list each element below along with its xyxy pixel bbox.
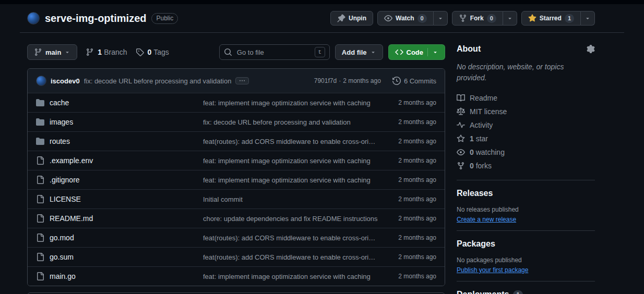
watch-label: Watch bbox=[396, 15, 414, 22]
create-release-link[interactable]: Create a new release bbox=[457, 216, 516, 223]
watch-button[interactable]: Watch 0 bbox=[377, 11, 434, 26]
commit-message-link[interactable]: feat(routes): add CORS middleware to ena… bbox=[203, 234, 379, 242]
repo-owner-avatar[interactable] bbox=[27, 12, 40, 24]
code-button[interactable]: Code bbox=[388, 44, 446, 60]
go-to-file-input[interactable] bbox=[236, 48, 311, 57]
file-name-cell: .gitignore bbox=[36, 176, 203, 184]
commit-meta: 7901f7d · 2 months ago bbox=[314, 77, 381, 84]
commit-message-link[interactable]: feat(routes): add CORS middleware to ena… bbox=[203, 138, 379, 145]
commit-message-expander-button[interactable] bbox=[235, 77, 249, 84]
file-link[interactable]: go.sum bbox=[50, 253, 74, 261]
file-link[interactable]: main.go bbox=[50, 272, 76, 280]
about-item-readme[interactable]: Readme bbox=[457, 91, 595, 105]
file-icon bbox=[36, 253, 44, 261]
file-name-cell: README.md bbox=[36, 214, 203, 223]
releases-section: Releases No releases published Create a … bbox=[457, 189, 595, 231]
about-item-activity[interactable]: Activity bbox=[457, 118, 595, 132]
gear-icon[interactable] bbox=[587, 45, 595, 53]
commit-time: 2 months ago bbox=[379, 273, 436, 280]
book-icon bbox=[457, 94, 465, 102]
star-icon bbox=[457, 134, 465, 143]
deployments-heading[interactable]: Deployments 1 bbox=[457, 290, 595, 294]
watch-dropdown-button[interactable] bbox=[434, 11, 448, 26]
commit-time: 2 months ago bbox=[379, 176, 436, 183]
commit-message-link[interactable]: feat: implement image optimization servi… bbox=[203, 99, 379, 107]
sidebar: About No description, website, or topics… bbox=[457, 44, 595, 294]
folder-icon bbox=[36, 99, 44, 107]
starred-label: Starred bbox=[540, 15, 562, 22]
about-item-mit-license[interactable]: MIT license bbox=[457, 105, 595, 118]
table-row: main.gofeat: implement image optimizatio… bbox=[28, 266, 445, 286]
commit-meta-separator: · bbox=[339, 77, 341, 84]
git-branch-icon bbox=[86, 48, 94, 56]
commit-message-cell: feat(routes): add CORS middleware to ena… bbox=[203, 234, 379, 242]
stat-label: Readme bbox=[470, 94, 497, 102]
packages-empty-text: No packages published bbox=[457, 256, 595, 264]
fork-dropdown-button[interactable] bbox=[503, 11, 517, 26]
file-link[interactable]: cache bbox=[50, 99, 69, 107]
about-item-watching[interactable]: 0 watching bbox=[457, 145, 595, 159]
commit-hash-link[interactable]: 7901f7d bbox=[314, 77, 337, 84]
deployments-section: Deployments 1 bbox=[457, 290, 595, 294]
file-link[interactable]: LICENSE bbox=[50, 195, 81, 203]
file-icon bbox=[36, 272, 44, 280]
fork-button[interactable]: Fork 0 bbox=[452, 11, 503, 26]
commit-count-label: 6 Commits bbox=[404, 77, 436, 85]
stat-text: 0 forks bbox=[470, 162, 492, 170]
about-item-forks[interactable]: 0 forks bbox=[457, 159, 595, 173]
commit-message-link[interactable]: chore: update dependencies and fix READM… bbox=[203, 215, 379, 223]
go-to-file-search[interactable]: t bbox=[219, 44, 330, 60]
commit-time: 2 months ago bbox=[379, 253, 436, 261]
commit-message-link[interactable]: feat: implement image optimization servi… bbox=[203, 176, 379, 184]
publish-package-link[interactable]: Publish your first package bbox=[457, 266, 528, 274]
file-link[interactable]: README.md bbox=[50, 214, 93, 223]
commit-message-cell: feat(routes): add CORS middleware to ena… bbox=[203, 253, 379, 261]
about-heading: About bbox=[457, 44, 481, 54]
file-table-body: cachefeat: implement image optimization … bbox=[28, 93, 445, 286]
branch-selector[interactable]: main bbox=[27, 44, 77, 60]
code-label: Code bbox=[407, 48, 424, 56]
commit-message-link[interactable]: fix: decode URL before processing and va… bbox=[203, 118, 379, 126]
file-link[interactable]: images bbox=[50, 118, 73, 126]
tags-link[interactable]: 0Tags bbox=[136, 48, 169, 56]
packages-heading[interactable]: Packages bbox=[457, 239, 595, 249]
repo-title[interactable]: serve-img-optimized bbox=[45, 13, 146, 23]
file-link[interactable]: .example.env bbox=[50, 156, 93, 165]
about-item-star[interactable]: 1 star bbox=[457, 132, 595, 145]
latest-commit-bar: iscodev0 fix: decode URL before processi… bbox=[28, 69, 445, 93]
commit-time: 2 months ago bbox=[379, 215, 436, 222]
star-count: 1 bbox=[565, 14, 574, 23]
file-link[interactable]: go.mod bbox=[50, 234, 74, 242]
law-icon bbox=[457, 107, 465, 116]
file-icon bbox=[36, 234, 44, 242]
branches-link[interactable]: 1Branch bbox=[86, 48, 127, 56]
commit-message-link[interactable]: feat: implement image optimization servi… bbox=[203, 273, 379, 280]
releases-heading[interactable]: Releases bbox=[457, 189, 595, 198]
latest-commit-message-link[interactable]: fix: decode URL before processing and va… bbox=[84, 77, 232, 85]
add-file-button[interactable]: Add file bbox=[335, 44, 383, 60]
eye-icon bbox=[457, 148, 465, 156]
commit-history-link[interactable]: 6 Commits bbox=[392, 77, 436, 85]
commit-author-link[interactable]: iscodev0 bbox=[51, 77, 80, 85]
file-table: iscodev0 fix: decode URL before processi… bbox=[27, 68, 445, 286]
commit-author-avatar[interactable] bbox=[36, 76, 46, 86]
tags-text: 0Tags bbox=[148, 48, 169, 56]
file-link[interactable]: .gitignore bbox=[50, 176, 80, 184]
file-name-cell: go.mod bbox=[36, 234, 203, 242]
starred-button[interactable]: Starred 1 bbox=[521, 11, 581, 26]
kebab-horizontal-icon bbox=[238, 78, 246, 83]
commit-message-link[interactable]: Initial commit bbox=[203, 195, 379, 203]
unpin-button[interactable]: Unpin bbox=[330, 11, 373, 26]
repo-main-column: main 1Branch 0Tags t bbox=[27, 44, 445, 294]
star-dropdown-button[interactable] bbox=[581, 11, 595, 26]
file-link[interactable]: routes bbox=[50, 137, 70, 145]
repo-header: serve-img-optimized Public Unpin Watch 0 bbox=[0, 4, 644, 33]
header-divider bbox=[20, 32, 624, 33]
repo-actions: Unpin Watch 0 Fork 0 bbox=[330, 11, 595, 26]
table-row: LICENSEInitial commit2 months ago bbox=[28, 189, 445, 209]
commit-message-cell: chore: update dependencies and fix READM… bbox=[203, 215, 379, 223]
repo-title-group: serve-img-optimized Public bbox=[27, 12, 178, 24]
commit-message-link[interactable]: feat: implement image optimization servi… bbox=[203, 157, 379, 165]
commit-message-link[interactable]: feat(routes): add CORS middleware to ena… bbox=[203, 253, 379, 261]
tag-icon bbox=[136, 48, 144, 56]
